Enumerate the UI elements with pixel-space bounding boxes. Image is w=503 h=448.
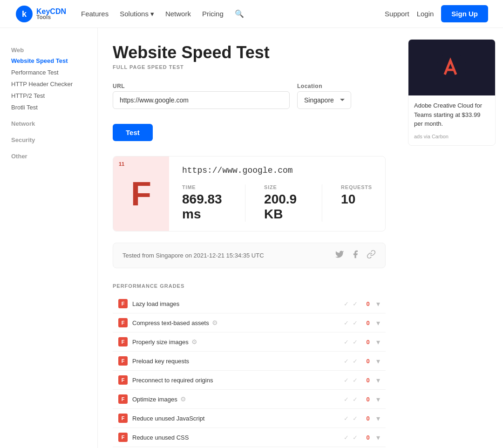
check-icon-1-5: ✓ — [344, 396, 349, 403]
metric-time: Time 869.83 ms — [182, 184, 226, 222]
search-icon[interactable]: 🔍 — [235, 9, 244, 18]
check-icon-2-4: ✓ — [353, 377, 358, 384]
sidebar-item-brotli-test[interactable]: Brotli Test — [7, 102, 90, 113]
grade-badge-3: F — [118, 356, 128, 366]
link-icon[interactable] — [367, 250, 376, 261]
test-info: Tested from Singapore on 2021-12-21 15:3… — [113, 243, 386, 268]
result-details: https://www.google.com Time 869.83 ms Si… — [169, 156, 385, 231]
check-icon-1-1: ✓ — [344, 319, 349, 326]
grade-badge-7: F — [118, 433, 128, 442]
settings-icon-1[interactable]: ⚙ — [212, 319, 218, 326]
navbar: k KeyCDN Tools Features Solutions ▾ Netw… — [0, 0, 503, 28]
test-form: URL Location Singapore New York London F… — [113, 83, 386, 141]
expand-icon-0[interactable]: ▾ — [376, 299, 380, 308]
nav-solutions[interactable]: Solutions ▾ — [120, 10, 154, 18]
expand-icon-3[interactable]: ▾ — [376, 357, 380, 366]
ad-image — [408, 40, 495, 95]
test-button[interactable]: Test — [113, 124, 153, 141]
grade-row-label-1: Compress text-based assets ⚙ — [132, 319, 344, 326]
grade-row-label-4: Preconnect to required origins — [132, 377, 344, 384]
check-icon-2-7: ✓ — [353, 434, 358, 441]
result-card: 11 F https://www.google.com Time 869.83 … — [113, 156, 386, 231]
expand-icon-5[interactable]: ▾ — [376, 395, 380, 404]
sidebar-item-performance-test[interactable]: Performance Test — [7, 67, 90, 78]
expand-icon-6[interactable]: ▾ — [376, 414, 380, 423]
nav-pricing[interactable]: Pricing — [202, 10, 224, 18]
sidebar-category-network: Network — [7, 118, 90, 129]
grade-row: F Properly size images ⚙ ✓ ✓ 0 ▾ — [113, 333, 386, 352]
url-label: URL — [113, 83, 290, 89]
grade-score-0: 0 — [363, 300, 373, 307]
metric-divider-1 — [245, 184, 245, 222]
signup-button[interactable]: Sign Up — [441, 5, 488, 22]
twitter-icon[interactable] — [335, 250, 344, 261]
page-subtitle: Full Page Speed Test — [113, 64, 386, 70]
grade-row: F Optimize images ⚙ ✓ ✓ 0 ▾ — [113, 390, 386, 409]
settings-icon-2[interactable]: ⚙ — [191, 338, 197, 346]
sidebar-right: Adobe Creative Cloud for Teams starting … — [401, 28, 503, 448]
grade-row-label-6: Reduce unused JavaScript — [132, 415, 344, 422]
sidebar: Web Website Speed Test Performance Test … — [0, 28, 98, 448]
grade-row-label-0: Lazy load images — [132, 300, 344, 307]
grade-badge-6: F — [118, 414, 128, 423]
metric-requests: Requests 10 — [341, 184, 372, 222]
expand-icon-7[interactable]: ▾ — [376, 433, 380, 442]
sidebar-item-http-header-checker[interactable]: HTTP Header Checker — [7, 79, 90, 89]
metric-divider-2 — [322, 184, 322, 222]
facebook-icon[interactable] — [351, 250, 360, 261]
grade-score-5: 0 — [363, 396, 373, 403]
metric-size-value: 200.9 KB — [264, 192, 303, 222]
sidebar-item-website-speed-test[interactable]: Website Speed Test — [7, 55, 90, 66]
logo[interactable]: k KeyCDN Tools — [15, 5, 66, 23]
svg-point-2 — [437, 53, 467, 82]
grade-row-label-3: Preload key requests — [132, 358, 344, 365]
sidebar-item-http2-test[interactable]: HTTP/2 Test — [7, 90, 90, 101]
metric-requests-value: 10 — [341, 192, 372, 207]
chevron-down-icon: ▾ — [150, 10, 154, 18]
grade-row: F Preload key requests ✓ ✓ 0 ▾ — [113, 352, 386, 371]
grade-badge-1: F — [118, 318, 128, 327]
grade-checks-2: ✓ ✓ — [344, 339, 358, 346]
ad-card: Adobe Creative Cloud for Teams starting … — [408, 39, 496, 146]
brand-name: KeyCDN Tools — [36, 7, 66, 20]
sidebar-category-security: Security — [7, 135, 90, 145]
check-icon-1-7: ✓ — [344, 434, 349, 441]
sidebar-category-other: Other — [7, 151, 90, 162]
grade-badge-0: F — [118, 299, 128, 308]
nav-features[interactable]: Features — [81, 10, 109, 18]
grade-checks-0: ✓ ✓ — [344, 300, 358, 307]
grade-badge-4: F — [118, 375, 128, 385]
grade-number: 11 — [119, 161, 124, 167]
metric-requests-label: Requests — [341, 184, 372, 190]
check-icon-2-0: ✓ — [353, 300, 358, 307]
support-link[interactable]: Support — [385, 10, 409, 18]
check-icon-2-5: ✓ — [353, 396, 358, 403]
ad-body: Adobe Creative Cloud for Teams starting … — [408, 95, 495, 145]
expand-icon-2[interactable]: ▾ — [376, 338, 380, 346]
nav-left: k KeyCDN Tools Features Solutions ▾ Netw… — [15, 5, 244, 23]
metric-size: Size 200.9 KB — [264, 184, 303, 222]
url-input[interactable] — [113, 91, 290, 109]
check-icon-1-0: ✓ — [344, 300, 349, 307]
test-info-text: Tested from Singapore on 2021-12-21 15:3… — [122, 252, 264, 259]
expand-icon-4[interactable]: ▾ — [376, 376, 380, 385]
performance-table: F Lazy load images ✓ ✓ 0 ▾ F Compress te… — [113, 294, 386, 448]
grade-score-4: 0 — [363, 377, 373, 384]
grade-row-label-5: Optimize images ⚙ — [132, 395, 344, 403]
location-select[interactable]: Singapore New York London Frankfurt Toky… — [297, 91, 351, 109]
ad-credits: ads via Carbon — [414, 134, 449, 139]
grade-row-label-7: Reduce unused CSS — [132, 434, 344, 441]
nav-network[interactable]: Network — [165, 10, 191, 18]
nav-links: Features Solutions ▾ Network Pricing 🔍 — [81, 9, 244, 18]
grade-row-label-2: Properly size images ⚙ — [132, 338, 344, 346]
settings-icon-5[interactable]: ⚙ — [180, 395, 186, 403]
location-label: Location — [297, 83, 351, 89]
metric-time-label: Time — [182, 184, 226, 190]
sidebar-category-web: Web — [7, 45, 90, 55]
expand-icon-1[interactable]: ▾ — [376, 319, 380, 327]
grade-checks-7: ✓ ✓ — [344, 434, 358, 441]
check-icon-2-2: ✓ — [353, 339, 358, 346]
result-url: https://www.google.com — [182, 166, 372, 175]
page-title: Website Speed Test — [113, 43, 386, 62]
login-link[interactable]: Login — [417, 10, 434, 18]
